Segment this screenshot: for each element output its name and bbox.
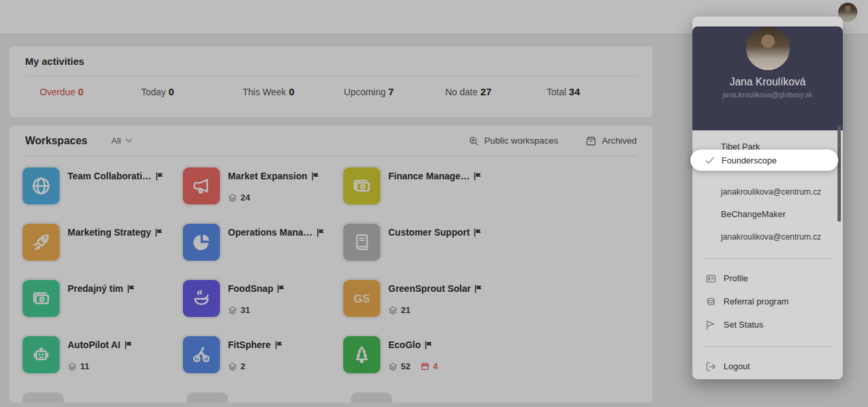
check-icon xyxy=(705,156,715,165)
account-label: Founderscope xyxy=(722,156,777,165)
spotlight-dim-overlay xyxy=(0,0,868,407)
account-item-founderscope-highlighted[interactable]: Founderscope xyxy=(690,150,838,171)
